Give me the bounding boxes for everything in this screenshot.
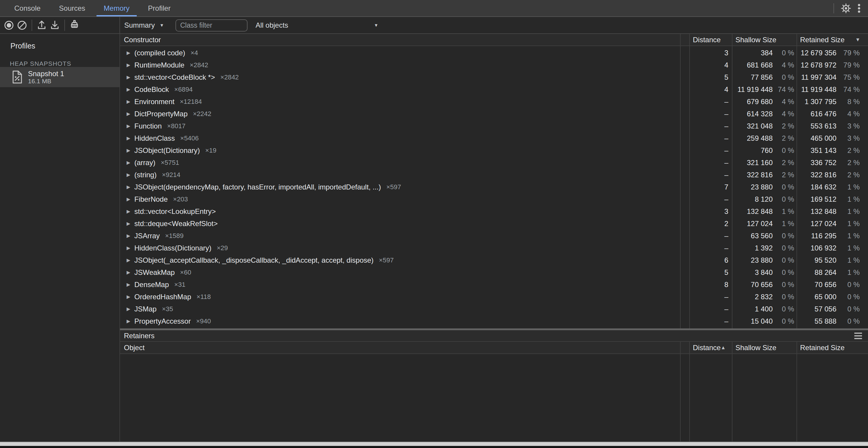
scrollbar-gutter xyxy=(680,266,689,278)
retained-size-cell: 116 295 1 % xyxy=(797,232,868,240)
constructor-row[interactable]: ▶ (string) ×9214 – 322 816 2 % 322 816 2… xyxy=(120,169,868,181)
perspective-select[interactable]: Summary ▼ xyxy=(124,17,164,33)
instance-count: ×6894 xyxy=(174,86,193,94)
disclosure-triangle-icon[interactable]: ▶ xyxy=(127,184,134,190)
scrollbar-gutter xyxy=(680,144,689,157)
constructor-row[interactable]: ▶ HiddenClass(Dictionary) ×29 – 1 392 0 … xyxy=(120,242,868,254)
tab-sources[interactable]: Sources xyxy=(52,0,92,16)
instance-count: ×29 xyxy=(217,244,228,252)
constructor-row[interactable]: ▶ JSMap ×35 – 1 400 0 % 57 056 0 % xyxy=(120,303,868,315)
disclosure-triangle-icon[interactable]: ▶ xyxy=(127,221,134,227)
constructor-row[interactable]: ▶ JSArray ×1589 – 63 560 0 % 116 295 1 % xyxy=(120,230,868,242)
constructor-row[interactable]: ▶ DenseMap ×31 8 70 656 0 % 70 656 0 % xyxy=(120,278,868,290)
disclosure-triangle-icon[interactable]: ▶ xyxy=(127,245,134,251)
more-options-kebab-icon[interactable] xyxy=(852,2,866,15)
disclosure-triangle-icon[interactable]: ▶ xyxy=(127,135,134,141)
disclosure-triangle-icon[interactable]: ▶ xyxy=(127,257,134,263)
tab-console[interactable]: Console xyxy=(7,0,48,16)
devtools-tab-bar: Console Sources Memory Profiler xyxy=(0,0,868,17)
disclosure-triangle-icon[interactable]: ▶ xyxy=(127,50,134,56)
load-profile-icon[interactable] xyxy=(35,19,48,32)
heap-snapshots-section-label: HEAP SNAPSHOTS xyxy=(10,60,71,67)
column-header-constructor[interactable]: Constructor xyxy=(120,34,680,45)
disclosure-triangle-icon[interactable]: ▶ xyxy=(127,147,134,153)
column-header-retained-size[interactable]: Retained Size ▼ xyxy=(797,34,868,45)
column-header-object[interactable]: Object xyxy=(120,342,680,353)
class-filter-input[interactable] xyxy=(176,19,248,32)
constructor-row[interactable]: ▶ HiddenClass ×5406 – 259 488 2 % 465 00… xyxy=(120,132,868,144)
retained-size-cell: 12 678 972 79 % xyxy=(797,61,868,69)
instance-count: ×8017 xyxy=(167,122,186,130)
disclosure-triangle-icon[interactable]: ▶ xyxy=(127,196,134,202)
instance-count: ×5406 xyxy=(180,134,199,142)
shallow-size-cell: 3 840 0 % xyxy=(732,268,797,277)
retainers-menu-icon[interactable] xyxy=(854,333,862,339)
constructor-grid-body: ▶ (compiled code) ×4 3 384 0 % 12 679 35… xyxy=(120,47,868,329)
retainers-grid-header: Object Distance ▲ Shallow Size Retained … xyxy=(120,342,868,354)
scrollbar-gutter xyxy=(680,59,689,71)
constructor-row[interactable]: ▶ std::vector<CodeBlock *> ×2842 5 77 85… xyxy=(120,71,868,83)
tab-profiler[interactable]: Profiler xyxy=(141,0,178,16)
scrollbar-gutter xyxy=(680,217,689,230)
constructor-row[interactable]: ▶ std::vector<LookupEntry> 3 132 848 1 %… xyxy=(120,205,868,217)
constructor-row[interactable]: ▶ JSWeakMap ×60 5 3 840 0 % 88 264 1 % xyxy=(120,266,868,278)
constructor-row[interactable]: ▶ RuntimeModule ×2842 4 681 668 4 % 12 6… xyxy=(120,59,868,71)
column-header-distance[interactable]: Distance ▲ xyxy=(689,342,732,353)
constructor-row[interactable]: ▶ JSObject(_acceptCallback, _disposeCall… xyxy=(120,254,868,266)
chevron-down-icon: ▼ xyxy=(374,23,378,28)
disclosure-triangle-icon[interactable]: ▶ xyxy=(127,294,134,300)
collect-garbage-brush-icon[interactable] xyxy=(68,19,81,32)
disclosure-triangle-icon[interactable]: ▶ xyxy=(127,87,134,92)
distance-cell: 3 xyxy=(689,207,732,216)
constructor-row[interactable]: ▶ JSObject(dependencyMap, factory, hasEr… xyxy=(120,181,868,193)
constructor-row[interactable]: ▶ CodeBlock ×6894 4 11 919 448 74 % 11 9… xyxy=(120,83,868,96)
constructor-row[interactable]: ▶ OrderedHashMap ×118 – 2 832 0 % 65 000… xyxy=(120,290,868,303)
disclosure-triangle-icon[interactable]: ▶ xyxy=(127,270,134,275)
constructor-row[interactable]: ▶ DictPropertyMap ×2242 – 614 328 4 % 61… xyxy=(120,108,868,120)
disclosure-triangle-icon[interactable]: ▶ xyxy=(127,74,134,80)
retained-size-cell: 88 264 1 % xyxy=(797,268,868,277)
column-header-distance[interactable]: Distance xyxy=(689,34,732,45)
constructor-row[interactable]: ▶ (compiled code) ×4 3 384 0 % 12 679 35… xyxy=(120,47,868,59)
tab-memory[interactable]: Memory xyxy=(96,0,137,16)
constructor-row[interactable]: ▶ (array) ×5751 – 321 160 2 % 336 752 2 … xyxy=(120,157,868,169)
constructor-row[interactable]: ▶ JSObject(Dictionary) ×19 – 760 0 % 351… xyxy=(120,144,868,157)
distance-cell: 2 xyxy=(689,219,732,228)
constructor-row[interactable]: ▶ Environment ×12184 – 679 680 4 % 1 307… xyxy=(120,96,868,108)
save-profile-icon[interactable] xyxy=(48,19,61,32)
disclosure-triangle-icon[interactable]: ▶ xyxy=(127,62,134,68)
column-header-retained-size[interactable]: Retained Size xyxy=(797,342,868,353)
distance-cell: – xyxy=(689,159,732,167)
disclosure-triangle-icon[interactable]: ▶ xyxy=(127,172,134,178)
column-header-shallow-size[interactable]: Shallow Size xyxy=(732,342,797,353)
objects-filter-select[interactable]: All objects ▼ xyxy=(255,17,378,33)
sidebar-item-snapshot-1[interactable]: Snapshot 1 16.1 MB xyxy=(0,67,119,87)
disclosure-triangle-icon[interactable]: ▶ xyxy=(127,123,134,129)
instance-count: ×597 xyxy=(379,256,394,264)
constructor-row[interactable]: ▶ FiberNode ×203 – 8 120 0 % 169 512 1 % xyxy=(120,193,868,205)
disclosure-triangle-icon[interactable]: ▶ xyxy=(127,99,134,104)
record-heap-snapshot-icon[interactable] xyxy=(2,19,16,32)
clear-profiles-icon[interactable] xyxy=(16,19,29,32)
disclosure-triangle-icon[interactable]: ▶ xyxy=(127,318,134,324)
settings-gear-icon[interactable] xyxy=(839,2,852,15)
instance-count: ×203 xyxy=(173,196,188,203)
column-header-shallow-size[interactable]: Shallow Size xyxy=(732,34,797,45)
retained-size-cell: 11 997 304 75 % xyxy=(797,73,868,81)
disclosure-triangle-icon[interactable]: ▶ xyxy=(127,282,134,287)
constructor-row[interactable]: ▶ PropertyAccessor ×940 – 15 040 0 % 55 … xyxy=(120,315,868,327)
disclosure-triangle-icon[interactable]: ▶ xyxy=(127,233,134,239)
window-bottom-scrollbar[interactable] xyxy=(0,442,868,446)
scrollbar-gutter xyxy=(680,169,689,181)
constructor-row[interactable]: ▶ Function ×8017 – 321 048 2 % 553 613 3… xyxy=(120,120,868,132)
disclosure-triangle-icon[interactable]: ▶ xyxy=(127,209,134,214)
shallow-size-cell: 2 832 0 % xyxy=(732,293,797,301)
distance-cell: 5 xyxy=(689,73,732,81)
disclosure-triangle-icon[interactable]: ▶ xyxy=(127,160,134,165)
disclosure-triangle-icon[interactable]: ▶ xyxy=(127,306,134,312)
disclosure-triangle-icon[interactable]: ▶ xyxy=(127,111,134,116)
grid-column-border xyxy=(680,342,681,442)
shallow-size-cell: 127 024 1 % xyxy=(732,219,797,228)
constructor-row[interactable]: ▶ std::deque<WeakRefSlot> 2 127 024 1 % … xyxy=(120,217,868,230)
retainers-toolbar: Retainers xyxy=(120,330,868,342)
